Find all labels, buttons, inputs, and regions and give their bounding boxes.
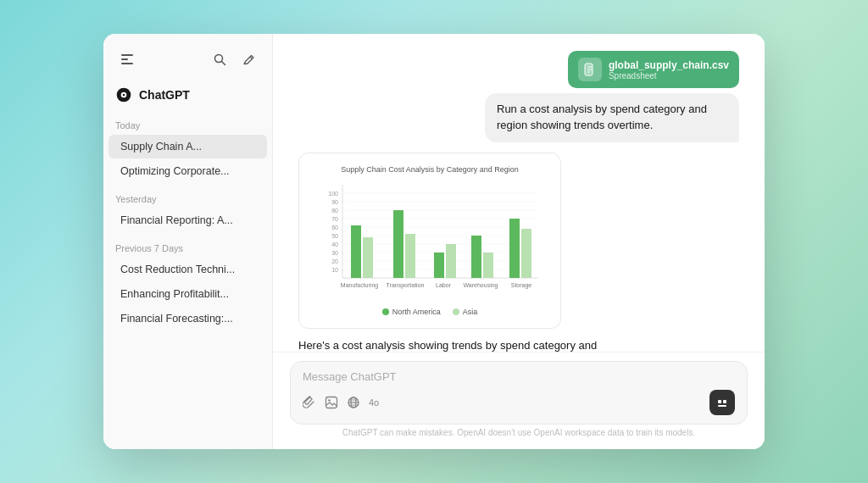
new-chat-button[interactable]	[236, 47, 260, 71]
send-button[interactable]	[709, 390, 735, 415]
svg-rect-40	[326, 397, 337, 408]
svg-rect-48	[723, 400, 726, 403]
assistant-text-content: Here's a cost analysis showing trends by…	[298, 339, 597, 352]
svg-rect-1	[121, 58, 128, 60]
input-toolbar: 4o	[303, 390, 735, 415]
app-window: ChatGPT Today Supply Chain A... Optimizi…	[103, 34, 765, 449]
bar-wh-asia	[483, 253, 493, 278]
bar-trans-na	[393, 210, 403, 278]
legend-label-asia: Asia	[463, 308, 478, 316]
svg-text:Manufacturing: Manufacturing	[341, 282, 378, 289]
svg-rect-47	[718, 400, 721, 403]
svg-text:Warehousing: Warehousing	[464, 282, 498, 289]
token-count: 4o	[369, 397, 379, 408]
chatgpt-title: ChatGPT	[139, 88, 190, 102]
image-button[interactable]	[325, 396, 338, 409]
chart-svg-container: 100 90 80 70 60 50	[313, 180, 547, 303]
user-message-bubble: Run a cost analysis by spend category an…	[485, 93, 739, 142]
bar-mfg-asia	[363, 237, 373, 278]
legend-label-na: North America	[392, 308, 441, 316]
assistant-message: Supply Chain Cost Analysis by Category a…	[298, 153, 739, 352]
svg-text:100: 100	[328, 191, 338, 197]
svg-text:90: 90	[331, 199, 338, 205]
today-label: Today	[103, 117, 272, 134]
yesterday-section: Yesterday Financial Reporting: A...	[103, 184, 272, 233]
input-placeholder[interactable]: Message ChatGPT	[303, 370, 735, 383]
sidebar-item-supply-chain[interactable]: Supply Chain A...	[108, 135, 267, 158]
input-area: Message ChatGPT	[273, 352, 765, 449]
svg-rect-0	[121, 54, 133, 56]
chatgpt-logo-icon	[115, 86, 132, 103]
file-icon	[578, 58, 602, 81]
attachment-button[interactable]	[303, 396, 316, 409]
svg-text:20: 20	[331, 258, 338, 264]
sidebar-top-icons	[208, 47, 260, 71]
sidebar-item-optimizing[interactable]: Optimizing Corporate...	[108, 159, 267, 183]
previous-label: Previous 7 Days	[103, 240, 272, 257]
file-name: global_supply_chain.csv	[609, 59, 729, 71]
svg-text:70: 70	[331, 216, 338, 222]
svg-text:Storage: Storage	[511, 282, 532, 289]
previous-section: Previous 7 Days Cost Reduction Techni...…	[103, 233, 272, 331]
legend-dot-asia	[453, 308, 459, 315]
bar-labor-na	[434, 253, 444, 278]
svg-text:10: 10	[331, 267, 338, 273]
svg-text:60: 60	[331, 225, 338, 230]
today-section: Today Supply Chain A... Optimizing Corpo…	[103, 110, 272, 184]
sidebar: ChatGPT Today Supply Chain A... Optimizi…	[103, 34, 273, 449]
main-content: global_supply_chain.csv Spreadsheet Run …	[273, 34, 765, 449]
search-button[interactable]	[208, 47, 231, 71]
bar-mfg-na	[351, 225, 361, 278]
legend-asia: Asia	[453, 308, 478, 316]
bar-chart: 100 90 80 70 60 50	[313, 180, 542, 299]
file-info: global_supply_chain.csv Spreadsheet	[609, 59, 729, 80]
legend-north-america: North America	[382, 308, 441, 316]
svg-rect-2	[121, 63, 133, 64]
chart-card: Supply Chain Cost Analysis by Category a…	[298, 153, 561, 329]
svg-text:40: 40	[331, 242, 338, 247]
chart-title: Supply Chain Cost Analysis by Category a…	[313, 165, 547, 174]
user-message-container: global_supply_chain.csv Spreadsheet Run …	[298, 51, 739, 142]
svg-text:80: 80	[331, 208, 338, 214]
svg-text:50: 50	[331, 233, 338, 239]
sidebar-item-forecasting[interactable]: Financial Forecasting:...	[108, 307, 267, 330]
bar-trans-asia	[405, 234, 415, 278]
globe-button[interactable]	[347, 396, 360, 409]
chatgpt-logo-section: ChatGPT	[103, 80, 272, 110]
bar-storage-asia	[521, 229, 531, 278]
bar-wh-na	[471, 236, 481, 278]
input-box: Message ChatGPT	[290, 361, 748, 425]
disclaimer: ChatGPT can make mistakes. OpenAI doesn'…	[290, 425, 748, 444]
sidebar-item-cost-reduction[interactable]: Cost Reduction Techni...	[108, 258, 267, 281]
chart-wrapper: Supply Chain Cost Analysis by Category a…	[298, 153, 739, 329]
sidebar-item-financial-reporting[interactable]: Financial Reporting: A...	[108, 208, 267, 232]
svg-text:30: 30	[331, 250, 338, 256]
yesterday-label: Yesterday	[103, 191, 272, 208]
file-type: Spreadsheet	[609, 71, 729, 80]
sidebar-item-enhancing[interactable]: Enhancing Profitabilit...	[108, 282, 267, 306]
sidebar-top	[103, 34, 272, 80]
input-tools: 4o	[303, 396, 379, 409]
chat-area: global_supply_chain.csv Spreadsheet Run …	[273, 34, 765, 352]
svg-text:Transportation: Transportation	[387, 282, 425, 289]
assistant-text: Here's a cost analysis showing trends by…	[298, 337, 620, 352]
svg-point-41	[328, 399, 331, 402]
bar-labor-asia	[446, 244, 456, 278]
svg-line-5	[250, 57, 253, 59]
svg-line-4	[221, 61, 225, 64]
svg-point-6	[117, 88, 131, 103]
svg-text:Labor: Labor	[436, 282, 452, 288]
sidebar-toggle-button[interactable]	[115, 47, 139, 71]
bar-storage-na	[509, 219, 520, 278]
file-attachment: global_supply_chain.csv Spreadsheet	[568, 51, 739, 88]
svg-rect-49	[718, 405, 726, 407]
legend-dot-na	[382, 308, 389, 315]
chart-legend: North America Asia	[313, 308, 547, 316]
